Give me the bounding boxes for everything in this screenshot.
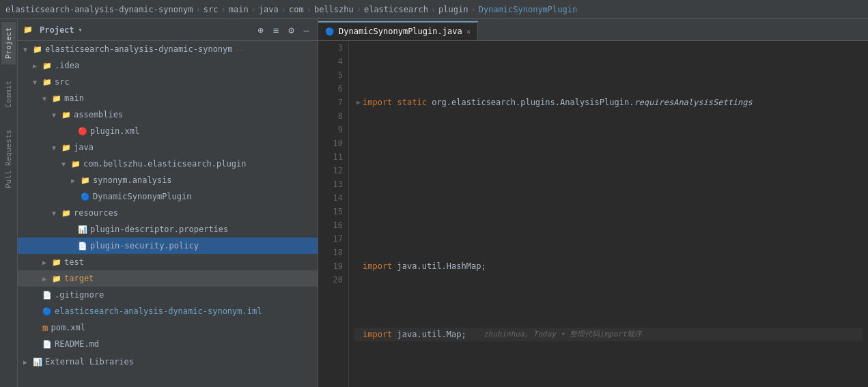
breadcrumb-sep: › (196, 5, 201, 14)
breadcrumb-item-6[interactable]: elasticsearch (364, 5, 428, 14)
tree-item-src[interactable]: ▼ 📁 src (18, 74, 318, 90)
tree-label-plugin-xml: plugin.xml (90, 126, 139, 136)
tree-arrow-root: ▼ (23, 46, 33, 53)
pom-icon: m (42, 322, 48, 333)
toolbar-locate-btn[interactable]: ⊕ (255, 23, 266, 37)
tree-arrow-resources: ▼ (52, 210, 61, 217)
tree-item-readme[interactable]: 📄 README.md (18, 336, 318, 352)
breadcrumb-sep-5: › (307, 5, 311, 14)
tree-item-iml[interactable]: 🔵 elasticsearch-analysis-dynamic-synonym… (18, 303, 318, 319)
tree-item-main[interactable]: ▼ 📁 main (18, 90, 318, 106)
breadcrumb-item-7[interactable]: plugin (438, 5, 468, 14)
folder-icon-test: 📁 (52, 258, 61, 267)
breadcrumb-bar: elasticsearch-analysis-dynamic-synonym ›… (0, 0, 868, 19)
project-toolbar: 📁 Project ▾ ⊕ ≡ ⚙ — (18, 19, 318, 41)
inline-hint-6: zhubinhua, Today • 整理代码import顺序 (475, 328, 642, 341)
tree-item-target[interactable]: ▶ 📁 target (18, 270, 318, 287)
tab-close-btn[interactable]: × (466, 27, 471, 36)
folder-icon-target: 📁 (52, 274, 61, 283)
folder-icon-src: 📁 (42, 78, 52, 87)
vtab-project[interactable]: Project (1, 22, 16, 64)
tree-label-src: src (55, 77, 70, 87)
breadcrumb-sep-2: › (221, 5, 225, 14)
tree-label-synonym: synonym.analysis (93, 175, 172, 185)
tree-item-gitignore[interactable]: 📄 .gitignore (18, 287, 318, 303)
tree-arrow-main: ▼ (42, 95, 52, 102)
breadcrumb-item-1[interactable]: src (204, 5, 219, 14)
code-line-6: import java.util.Map; zhubinhua, Today •… (354, 328, 863, 341)
tree-label-java: java (74, 143, 94, 152)
breadcrumb-item-4[interactable]: com (289, 5, 304, 14)
editor-tab-dynsynplugin[interactable]: 🔵 DynamicSynonymPlugin.java × (318, 21, 478, 40)
tree-label-main: main (64, 94, 84, 103)
tree-item-idea[interactable]: ▶ 📁 .idea (18, 57, 318, 74)
tree-label-pom: pom.xml (51, 323, 85, 332)
folder-icon-resources: 📁 (61, 209, 71, 218)
tree-item-test[interactable]: ▶ 📁 test (18, 254, 318, 270)
tree-arrow-test: ▶ (42, 259, 52, 266)
tree-label-idea: .idea (55, 61, 79, 70)
breadcrumb-sep-8: › (471, 5, 475, 14)
code-content[interactable]: ▶ import static org.elasticsearch.plugin… (349, 41, 868, 387)
breadcrumb-item-8[interactable]: DynamicSynonymPlugin (479, 5, 578, 14)
toolbar-settings-btn[interactable]: ⚙ (285, 23, 296, 37)
breadcrumb-item-2[interactable]: main (229, 5, 249, 14)
md-icon: 📄 (42, 340, 52, 349)
vtab-commit[interactable]: Commit (1, 75, 16, 113)
folder-icon-main: 📁 (52, 94, 61, 103)
iml-icon: 🔵 (42, 307, 52, 316)
tree-label-ext-libs: External Libraries (45, 357, 134, 367)
tree-item-props[interactable]: 📊 plugin-descriptor.properties (18, 221, 318, 238)
breadcrumb-item-5[interactable]: bellszhu (314, 5, 354, 14)
tree-item-resources[interactable]: ▼ 📁 resources (18, 205, 318, 221)
code-line-3: ▶ import static org.elasticsearch.plugin… (354, 96, 863, 109)
git-icon: 📄 (42, 291, 52, 300)
breadcrumb-sep-6: › (356, 5, 361, 14)
tree-arrow-assemblies: ▼ (52, 111, 61, 119)
left-vertical-tabs: Project Commit Pull Requests (0, 19, 18, 387)
breadcrumb-item-0[interactable]: elasticsearch-analysis-dynamic-synonym (5, 5, 193, 14)
project-folder-icon: 📁 (23, 25, 33, 34)
tree-label-props: plugin-descriptor.properties (90, 225, 228, 234)
tree-arrow-target: ▶ (42, 275, 52, 283)
tree-arrow-src: ▼ (33, 78, 42, 86)
project-panel: 📁 Project ▾ ⊕ ≡ ⚙ — ▼ 📁 elasticsearch-an… (18, 19, 318, 387)
tree-arrow-idea: ▶ (33, 62, 42, 70)
tree-label-policy: plugin-security.policy (90, 241, 199, 250)
project-dropdown-arrow[interactable]: ▾ (79, 26, 83, 33)
tree-label-root: elasticsearch-analysis-dynamic-synonym (45, 44, 233, 54)
tree-label-readme: README.md (55, 339, 99, 349)
tab-class-icon: 🔵 (325, 27, 335, 36)
tree-item-synonym[interactable]: ▶ 📁 synonym.analysis (18, 172, 318, 188)
line-numbers: 3 4 5 6 7 8 9 10 11 12 13 14 15 16 17 18… (318, 41, 349, 387)
folder-icon-root: 📁 (33, 45, 42, 54)
policy-icon: 📄 (78, 242, 87, 250)
project-title: Project (40, 25, 74, 35)
tree-item-java[interactable]: ▼ 📁 java (18, 139, 318, 156)
tree-root-dash: -- (236, 45, 244, 54)
tree-item-plugin-xml[interactable]: 🔴 plugin.xml (18, 123, 318, 139)
code-editor: 3 4 5 6 7 8 9 10 11 12 13 14 15 16 17 18… (318, 41, 868, 387)
folder-icon-assemblies: 📁 (61, 111, 71, 119)
tree-item-root[interactable]: ▼ 📁 elasticsearch-analysis-dynamic-synon… (18, 41, 318, 57)
fold-gutter-3: ▶ (354, 96, 363, 109)
tree-label-resources: resources (74, 208, 118, 218)
code-line-5: import java.util.HashMap; (354, 259, 863, 273)
tree-item-ext-libs[interactable]: ▶ 📊 External Libraries (18, 354, 318, 370)
tree-label-gitignore: .gitignore (55, 290, 104, 300)
project-tree: ▼ 📁 elasticsearch-analysis-dynamic-synon… (18, 41, 318, 387)
tree-item-dynsynplugin[interactable]: 🔵 DynamicSynonymPlugin (18, 188, 318, 205)
tree-item-pkg[interactable]: ▼ 📁 com.bellszhu.elasticsearch.plugin (18, 156, 318, 172)
toolbar-minimize-btn[interactable]: — (301, 23, 312, 37)
toolbar-collapse-btn[interactable]: ≡ (270, 23, 281, 37)
breadcrumb-item-3[interactable]: java (259, 5, 279, 14)
tree-item-pom[interactable]: m pom.xml (18, 319, 318, 336)
tree-label-test: test (64, 257, 84, 267)
tree-arrow-pkg: ▼ (61, 160, 71, 168)
breadcrumb-sep-7: › (431, 5, 436, 14)
xml-icon-plugin: 🔴 (78, 127, 87, 136)
tree-item-assemblies[interactable]: ▼ 📁 assemblies (18, 106, 318, 123)
vtab-pull-requests[interactable]: Pull Requests (1, 124, 16, 194)
tree-label-assemblies: assemblies (74, 110, 123, 119)
tree-item-policy[interactable]: 📄 plugin-security.policy (18, 238, 318, 254)
